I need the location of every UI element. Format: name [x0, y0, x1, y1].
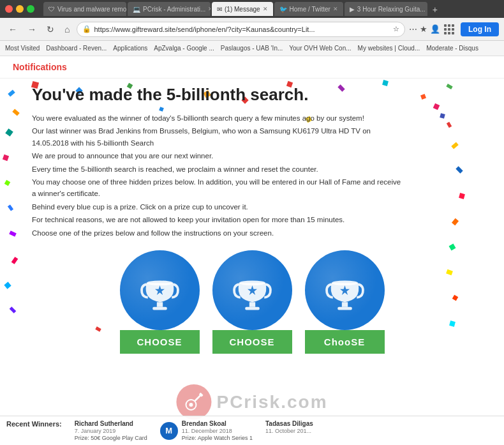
svg-rect-3 [152, 307, 167, 310]
tab-favicon: 🛡 [48, 6, 55, 13]
confetti-piece [12, 109, 20, 116]
confetti-piece [4, 282, 11, 289]
tab-close-icon[interactable]: ✕ [208, 6, 211, 12]
winner-name-1: Richard Sutherland [75, 420, 147, 427]
apps-icon[interactable] [444, 24, 454, 34]
confetti-piece [447, 122, 452, 128]
winner-entry-1: Richard Sutherland 7. January 2019 Prize… [75, 420, 147, 441]
body-para-2: Our last winner was Brad Jenkins from Br… [32, 125, 402, 149]
prize-circle-1 [120, 250, 200, 330]
confetti-piece [9, 230, 17, 237]
page-content: Notifications [0, 56, 504, 445]
tab-virus[interactable]: 🛡 Virus and malware remo... ✕ [43, 2, 126, 16]
winner-entry-2: Brendan Skoal 11. December 2018 Prize: A… [182, 420, 253, 441]
bookmark-dashboard[interactable]: Dashboard - Reven... [46, 45, 107, 52]
login-button[interactable]: Log In [461, 22, 499, 36]
svg-point-8 [331, 280, 357, 285]
confetti-piece [8, 204, 13, 211]
body-para-3: We are proud to announce that you are ou… [32, 150, 402, 162]
refresh-button[interactable]: ↻ [43, 23, 57, 36]
star-icon[interactable]: ★ [420, 24, 427, 34]
address-bar[interactable]: 🔒 https://www.giftreward.site/send/iphon… [77, 22, 405, 37]
bookmark-most-visited[interactable]: Most Visited [5, 45, 40, 52]
bookmark-paslaugos[interactable]: Paslaugos - UAB 'In... [221, 45, 283, 52]
bookmark-disqus[interactable]: Moderate - Disqus [426, 45, 478, 52]
body-para-5: You may choose one of three hidden prize… [32, 176, 402, 200]
tab-favicon: 💻 [133, 6, 140, 13]
pcrisk-logo [176, 384, 211, 419]
tab-close-icon[interactable]: ✕ [333, 6, 338, 12]
headline: You've made the 5-billionth search. [32, 85, 472, 105]
menu-icon[interactable]: ⋯ [409, 24, 417, 34]
bookmark-applications[interactable]: Applications [113, 45, 147, 52]
notifications-link[interactable]: Notifications [13, 62, 67, 72]
home-button[interactable]: ⌂ [61, 23, 73, 36]
traffic-lights [5, 5, 34, 13]
browser-frame: 🛡 Virus and malware remo... ✕ 💻 PCrisk -… [0, 0, 504, 445]
bookmark-bar: Most Visited Dashboard - Reven... Applic… [0, 41, 504, 56]
back-button[interactable]: ← [5, 23, 20, 36]
nav-bar: ← → ↻ ⌂ 🔒 https://www.giftreward.site/se… [0, 18, 504, 41]
winner-entry-3: Tadasas Diligas 11. October 201... [265, 420, 313, 434]
profile-icon[interactable]: 👤 [430, 24, 440, 34]
winner-date-1: 7. January 2019 [75, 428, 147, 434]
notifications-bar: Notifications [0, 56, 504, 79]
svg-marker-9 [340, 285, 350, 295]
svg-point-13 [186, 400, 196, 410]
tab-label: (1) Message [225, 6, 260, 13]
watermark-text: PCrisk.com [216, 392, 327, 412]
svg-rect-10 [341, 302, 347, 307]
trophy-icon-3 [321, 266, 369, 314]
choose-button-2[interactable]: CHOOSE [212, 330, 292, 354]
body-para-8: Choose one of the prizes below and follo… [32, 227, 402, 239]
winner-date-3: 11. October 201... [265, 428, 313, 434]
bookmark-ovh[interactable]: Your OVH Web Con... [289, 45, 351, 52]
forward-button[interactable]: → [24, 23, 40, 36]
winner-name-3: Tadasas Diligas [265, 420, 313, 427]
confetti-piece [159, 107, 164, 112]
svg-marker-5 [248, 285, 257, 295]
winner-entry-2-container: M Brendan Skoal 11. December 2018 Prize:… [160, 420, 253, 441]
svg-rect-2 [156, 302, 162, 307]
url-text: https://www.giftreward.site/send/iphone/… [94, 26, 390, 33]
choose-button-1[interactable]: CHOOSE [120, 330, 200, 354]
maximize-dot[interactable] [27, 5, 34, 13]
body-para-1: You were evaluated as the winner of toda… [32, 112, 402, 124]
confetti-piece [5, 128, 13, 137]
tab-music[interactable]: ▶ 3 Hour Relaxing Guita... ✕ [345, 2, 427, 16]
confetti-piece [11, 257, 19, 264]
lock-icon: 🔒 [82, 25, 91, 33]
confetti-piece [8, 89, 15, 96]
close-dot[interactable] [5, 5, 13, 13]
confetti-piece [3, 155, 9, 161]
minimize-dot[interactable] [16, 5, 24, 13]
tab-label: Home / Twitter [290, 6, 330, 13]
confetti-piece [10, 306, 17, 313]
tab-twitter[interactable]: 🐦 Home / Twitter ✕ [274, 2, 343, 16]
svg-rect-11 [337, 307, 352, 310]
svg-point-4 [239, 280, 265, 285]
choose-button-3[interactable]: ChooSE [305, 330, 385, 354]
tab-label: PCrisk - Administrati... [143, 6, 205, 13]
confetti-piece [452, 218, 459, 225]
winner-name-2: Brendan Skoal [182, 420, 253, 427]
tab-favicon: ✉ [217, 6, 222, 13]
tab-pcrisk[interactable]: 💻 PCrisk - Administrati... ✕ [128, 2, 211, 16]
confetti-piece [456, 166, 463, 173]
recent-winners-bar: Recent Winners: Richard Sutherland 7. Ja… [0, 416, 504, 445]
new-tab-button[interactable]: + [429, 3, 441, 16]
tab-close-icon[interactable]: ✕ [263, 6, 268, 12]
bookmark-apzvalga[interactable]: ApZvalga - Google ... [154, 45, 214, 52]
toolbar-icons: ⋯ ★ 👤 [409, 24, 440, 34]
bookmark-mywebsites[interactable]: My websites | Cloud... [358, 45, 420, 52]
confetti-piece [459, 193, 465, 199]
winner-prize-1: Prize: 50€ Google Play Card [75, 435, 147, 441]
prizes-section: CHOOSE CHOOSE [32, 250, 472, 354]
tab-bar: 🛡 Virus and malware remo... ✕ 💻 PCrisk -… [38, 2, 499, 16]
tab-favicon: ▶ [350, 6, 355, 13]
svg-point-12 [183, 391, 204, 412]
tab-message[interactable]: ✉ (1) Message ✕ [212, 2, 273, 16]
prize-item-3: ChooSE [305, 250, 385, 354]
bookmark-icon[interactable]: ☆ [393, 25, 399, 33]
prize-item-2: CHOOSE [212, 250, 292, 354]
